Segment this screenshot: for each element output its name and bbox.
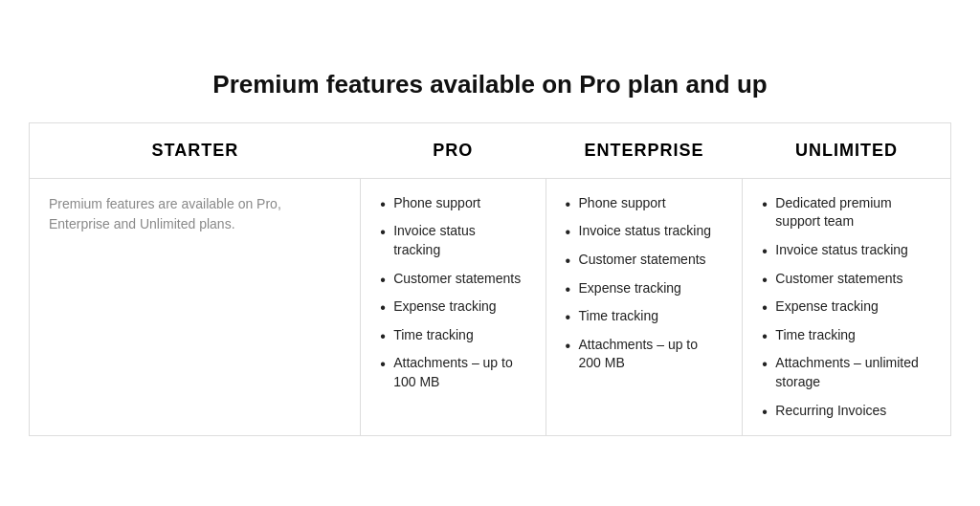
list-item: Time tracking [380, 326, 525, 345]
column-header-pro: PRO [361, 122, 546, 178]
list-item: Invoice status tracking [762, 241, 931, 260]
list-item: Invoice status tracking [380, 222, 525, 259]
list-item: Time tracking [762, 326, 931, 345]
pro-cell: Phone supportInvoice status trackingCust… [361, 178, 546, 435]
enterprise-cell: Phone supportInvoice status trackingCust… [546, 178, 743, 435]
list-item: Attachments – up to 200 MB [566, 336, 724, 373]
list-item: Invoice status tracking [566, 222, 724, 241]
main-container: Premium features available on Pro plan a… [0, 51, 980, 455]
starter-description: Premium features are available on Pro, E… [49, 194, 341, 234]
list-item: Expense tracking [380, 297, 525, 317]
list-item: Recurring Invoices [762, 402, 931, 421]
column-header-enterprise: ENTERPRISE [546, 122, 743, 178]
column-header-unlimited: UNLIMITED [743, 122, 951, 178]
list-item: Attachments – unlimited storage [762, 354, 931, 391]
list-item: Dedicated premium support team [762, 194, 931, 231]
pricing-table: STARTER PRO ENTERPRISE UNLIMITED Premium… [29, 122, 951, 436]
page-title: Premium features available on Pro plan a… [29, 70, 951, 99]
list-item: Customer statements [566, 251, 724, 270]
pro-feature-list: Phone supportInvoice status trackingCust… [380, 194, 525, 392]
unlimited-feature-list: Dedicated premium support teamInvoice st… [762, 194, 931, 420]
list-item: Expense tracking [566, 279, 724, 298]
starter-cell: Premium features are available on Pro, E… [30, 178, 361, 435]
list-item: Time tracking [566, 307, 724, 326]
list-item: Phone support [566, 194, 724, 213]
unlimited-cell: Dedicated premium support teamInvoice st… [743, 178, 951, 435]
list-item: Customer statements [762, 270, 931, 289]
list-item: Phone support [380, 194, 525, 213]
list-item: Customer statements [380, 270, 525, 289]
list-item: Attachments – up to 100 MB [380, 354, 525, 391]
column-header-starter: STARTER [30, 122, 361, 178]
enterprise-feature-list: Phone supportInvoice status trackingCust… [566, 194, 724, 373]
list-item: Expense tracking [762, 297, 931, 317]
